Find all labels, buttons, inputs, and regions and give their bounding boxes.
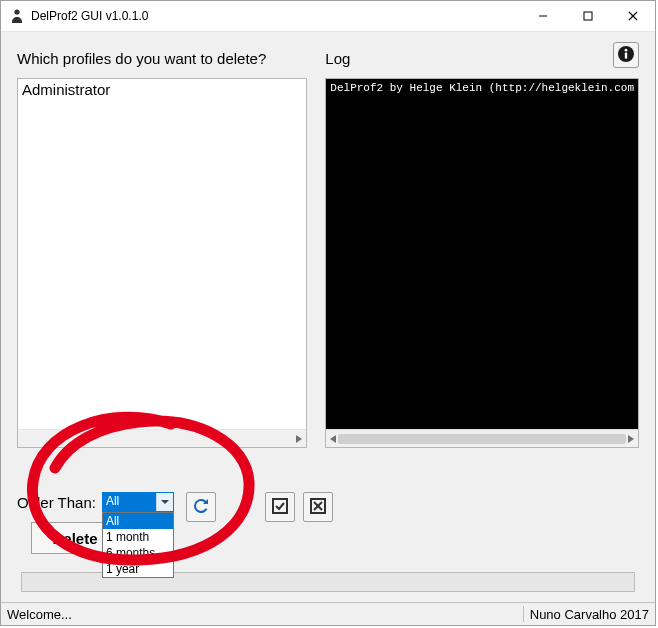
svg-rect-7 xyxy=(625,52,627,58)
checkbox-checked-icon xyxy=(271,497,289,518)
selection-buttons xyxy=(265,492,333,522)
app-icon xyxy=(9,8,25,24)
info-icon xyxy=(617,45,635,66)
window-title: DelProf2 GUI v1.0.1.0 xyxy=(31,9,520,23)
delete-button-label: Delete xyxy=(52,530,97,547)
profiles-hscrollbar[interactable] xyxy=(18,429,306,447)
log-console[interactable]: DelProf2 by Helge Klein (http://helgekle… xyxy=(326,79,638,429)
minimize-button[interactable] xyxy=(520,1,565,31)
refresh-button[interactable] xyxy=(186,492,216,522)
client-area: Which profiles do you want to delete? Ad… xyxy=(1,32,655,602)
svg-rect-2 xyxy=(584,12,592,20)
deselect-all-button[interactable] xyxy=(303,492,333,522)
checkbox-x-icon xyxy=(309,497,327,518)
window-controls xyxy=(520,1,655,31)
svg-point-6 xyxy=(625,48,628,51)
log-line: DelProf2 by Helge Klein (http://helgekle… xyxy=(330,82,634,94)
scrollbar-track[interactable] xyxy=(338,434,626,444)
log-panel: Log DelProf2 by Helge Klein (http://helg… xyxy=(325,44,639,448)
older-than-combo-wrap: All All 1 month 6 months 1 year xyxy=(102,492,174,512)
older-than-dropdown[interactable]: All 1 month 6 months 1 year xyxy=(102,512,174,578)
older-than-selected: All xyxy=(103,493,156,511)
select-all-button[interactable] xyxy=(265,492,295,522)
log-hscrollbar[interactable] xyxy=(326,429,638,447)
app-window: DelProf2 GUI v1.0.1.0 Which profiles do … xyxy=(0,0,656,626)
maximize-button[interactable] xyxy=(565,1,610,31)
older-than-combobox[interactable]: All xyxy=(102,492,174,512)
svg-rect-8 xyxy=(273,499,287,513)
chevron-down-icon xyxy=(156,493,173,511)
profiles-panel: Which profiles do you want to delete? Ad… xyxy=(17,44,307,448)
dropdown-item[interactable]: 6 months xyxy=(103,545,173,561)
older-than-label: Older Than: xyxy=(17,492,96,514)
dropdown-item[interactable]: 1 month xyxy=(103,529,173,545)
filter-controls: Older Than: All All 1 month 6 months 1 y… xyxy=(17,492,216,522)
info-button[interactable] xyxy=(613,42,639,68)
profile-item[interactable]: Administrator xyxy=(22,81,302,99)
status-text: Welcome... xyxy=(7,607,72,622)
dropdown-item[interactable]: All xyxy=(103,513,173,529)
scroll-right-icon xyxy=(296,435,302,443)
profiles-heading: Which profiles do you want to delete? xyxy=(17,50,266,67)
refresh-icon xyxy=(191,496,211,519)
statusbar: Welcome... Nuno Carvalho 2017 xyxy=(1,602,655,625)
svg-point-0 xyxy=(14,9,19,14)
log-box: DelProf2 by Helge Klein (http://helgekle… xyxy=(325,78,639,448)
dropdown-item[interactable]: 1 year xyxy=(103,561,173,577)
status-author: Nuno Carvalho 2017 xyxy=(530,607,649,622)
log-heading: Log xyxy=(325,50,350,67)
close-button[interactable] xyxy=(610,1,655,31)
scroll-left-icon xyxy=(330,435,336,443)
titlebar: DelProf2 GUI v1.0.1.0 xyxy=(1,1,655,32)
profiles-listbox[interactable]: Administrator xyxy=(17,78,307,448)
scroll-right-icon xyxy=(628,435,634,443)
